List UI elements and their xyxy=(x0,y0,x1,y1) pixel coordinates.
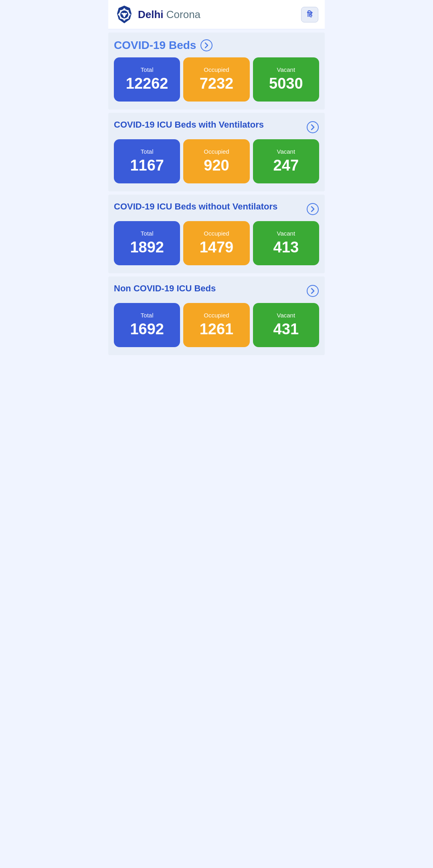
section2-vacant-value: 247 xyxy=(273,157,299,174)
language-button[interactable]: हि xyxy=(301,7,318,22)
section1-occupied-card: Occupied 7232 xyxy=(183,57,249,102)
svg-point-3 xyxy=(123,19,125,21)
section4-stats: Total 1692 Occupied 1261 Vacant 431 xyxy=(114,303,319,347)
app-title-part2: Corona xyxy=(164,8,201,20)
section4-vacant-label: Vacant xyxy=(277,312,295,319)
svg-point-14 xyxy=(201,40,212,51)
svg-point-5 xyxy=(129,14,131,16)
section2-vacant-card: Vacant 247 xyxy=(253,139,319,183)
section3-title: COVID-19 ICU Beds without Ventilators xyxy=(114,201,302,213)
svg-point-17 xyxy=(307,285,318,297)
svg-point-4 xyxy=(118,14,120,16)
svg-point-16 xyxy=(307,203,318,215)
section3-stats: Total 1892 Occupied 1479 Vacant 413 xyxy=(114,221,319,265)
section4-occupied-card: Occupied 1261 xyxy=(183,303,249,347)
section3-header: COVID-19 ICU Beds without Ventilators xyxy=(114,201,319,215)
svg-point-11 xyxy=(121,13,123,14)
section1-vacant-label: Vacant xyxy=(277,66,295,73)
app-title: Delhi Corona xyxy=(138,8,200,21)
section1-title: COVID-19 Beds xyxy=(114,39,319,52)
svg-point-13 xyxy=(123,16,125,17)
section3-arrow-icon[interactable] xyxy=(306,203,319,215)
icu-no-ventilators-section: COVID-19 ICU Beds without Ventilators To… xyxy=(108,195,325,273)
svg-point-9 xyxy=(127,17,129,19)
section2-occupied-card: Occupied 920 xyxy=(183,139,249,183)
section4-total-value: 1692 xyxy=(130,321,164,338)
section4-occupied-label: Occupied xyxy=(204,312,229,319)
svg-point-6 xyxy=(120,10,121,12)
section4-vacant-card: Vacant 431 xyxy=(253,303,319,347)
svg-point-2 xyxy=(123,8,125,10)
section3-total-label: Total xyxy=(141,230,154,237)
app-title-part1: Delhi xyxy=(138,8,164,20)
section4-arrow-icon[interactable] xyxy=(306,285,319,297)
section3-total-card: Total 1892 xyxy=(114,221,180,265)
section3-occupied-label: Occupied xyxy=(204,230,229,237)
section3-vacant-value: 413 xyxy=(273,239,299,256)
section2-vacant-label: Vacant xyxy=(277,148,295,155)
non-covid-icu-section: Non COVID-19 ICU Beds Total 1692 Occupie… xyxy=(108,276,325,355)
svg-point-10 xyxy=(123,13,126,16)
section1-occupied-label: Occupied xyxy=(204,66,229,73)
section1-vacant-value: 5030 xyxy=(269,75,303,92)
section3-occupied-card: Occupied 1479 xyxy=(183,221,249,265)
icu-ventilators-section: COVID-19 ICU Beds with Ventilators Total… xyxy=(108,113,325,191)
section3-vacant-label: Vacant xyxy=(277,230,295,237)
app-header: Delhi Corona हि xyxy=(108,0,325,29)
section2-arrow-icon[interactable] xyxy=(306,121,319,134)
header-left: Delhi Corona xyxy=(115,5,200,24)
section4-header: Non COVID-19 ICU Beds xyxy=(114,283,319,297)
section2-occupied-value: 920 xyxy=(204,157,229,174)
section2-title: COVID-19 ICU Beds with Ventilators xyxy=(114,119,302,131)
covid19-beds-section: COVID-19 Beds Total 12262 Occupied 7232 … xyxy=(108,33,325,110)
svg-point-7 xyxy=(127,10,129,12)
section1-occupied-value: 7232 xyxy=(200,75,234,92)
section4-total-label: Total xyxy=(141,312,154,319)
section4-title: Non COVID-19 ICU Beds xyxy=(114,283,302,295)
section3-total-value: 1892 xyxy=(130,239,164,256)
section1-vacant-card: Vacant 5030 xyxy=(253,57,319,102)
section2-total-card: Total 1167 xyxy=(114,139,180,183)
app-logo-icon xyxy=(115,5,134,24)
section2-stats: Total 1167 Occupied 920 Vacant 247 xyxy=(114,139,319,183)
section1-total-value: 12262 xyxy=(126,75,168,92)
section3-vacant-card: Vacant 413 xyxy=(253,221,319,265)
section1-total-card: Total 12262 xyxy=(114,57,180,102)
svg-point-12 xyxy=(125,13,127,14)
section2-total-label: Total xyxy=(141,148,154,155)
section4-occupied-value: 1261 xyxy=(200,321,234,338)
section4-total-card: Total 1692 xyxy=(114,303,180,347)
section3-occupied-value: 1479 xyxy=(200,239,234,256)
section2-header: COVID-19 ICU Beds with Ventilators xyxy=(114,119,319,134)
svg-point-15 xyxy=(307,122,318,133)
section2-total-value: 1167 xyxy=(130,157,164,174)
section4-vacant-value: 431 xyxy=(273,321,299,338)
svg-point-8 xyxy=(120,17,121,19)
section2-occupied-label: Occupied xyxy=(204,148,229,155)
section1-arrow-icon[interactable] xyxy=(200,39,213,52)
section1-total-label: Total xyxy=(141,66,154,73)
section1-stats: Total 12262 Occupied 7232 Vacant 5030 xyxy=(114,57,319,102)
